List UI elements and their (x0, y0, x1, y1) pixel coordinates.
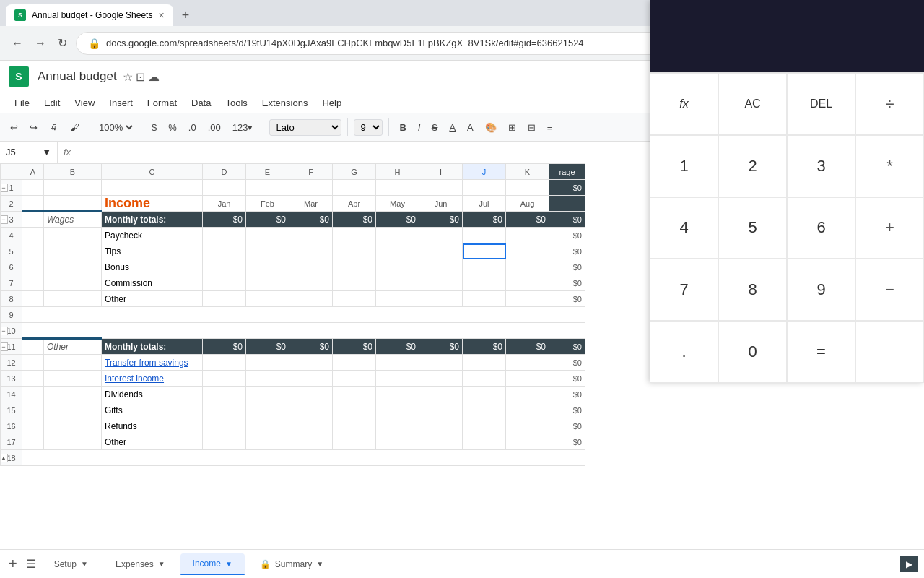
calc-2-button[interactable]: 2 (718, 163, 787, 197)
cell-g15[interactable] (333, 402, 376, 418)
undo-button[interactable]: ↩ (6, 119, 22, 136)
cell-extra2[interactable] (549, 196, 585, 212)
cell-g13[interactable] (333, 371, 376, 387)
cell-h14[interactable] (376, 387, 419, 402)
cell-d7[interactable] (203, 275, 246, 291)
cell-k17[interactable] (506, 434, 549, 450)
tab-close-button[interactable]: × (158, 9, 164, 21)
cell-k7[interactable] (506, 275, 549, 291)
cell-h13[interactable] (376, 371, 419, 387)
folder-button[interactable]: ⊡ (136, 70, 145, 84)
cell-k3[interactable]: $0 (506, 212, 549, 228)
calc-7-button[interactable]: 7 (650, 259, 718, 321)
cell-extra17[interactable]: $0 (549, 434, 585, 450)
cell-b5[interactable] (44, 243, 102, 259)
cell-reference[interactable]: J5 ▼ (0, 142, 58, 163)
col-header-c[interactable]: C (102, 164, 203, 180)
menu-help[interactable]: Help (316, 96, 347, 110)
cell-d14[interactable] (203, 387, 246, 402)
tab-expenses[interactable]: Expenses ▼ (103, 553, 178, 575)
font-size-select[interactable]: 9 (354, 119, 383, 136)
cell-e5[interactable] (246, 243, 289, 259)
cell-f17[interactable] (289, 434, 333, 450)
cell-i6[interactable] (419, 259, 463, 275)
calc-decimal-button[interactable]: . (650, 321, 718, 383)
borders-button[interactable]: ⊞ (504, 119, 520, 136)
cell-h4[interactable] (376, 228, 419, 243)
cell-k4[interactable] (506, 228, 549, 243)
cell-d11[interactable]: $0 (203, 339, 246, 355)
cell-g11[interactable]: $0 (333, 339, 376, 355)
cell-i3[interactable]: $0 (419, 212, 463, 228)
calc-1-button[interactable]: 1 (650, 163, 718, 197)
cell-i16[interactable] (419, 418, 463, 434)
cell-extra3[interactable]: $0 (549, 212, 585, 228)
cell-k6[interactable] (506, 259, 549, 275)
col-header-a[interactable]: A (22, 164, 44, 180)
cell-extra13[interactable]: $0 (549, 371, 585, 387)
cell-i13[interactable] (419, 371, 463, 387)
calc-9-button[interactable]: 9 (787, 259, 855, 321)
cell-a17[interactable] (22, 434, 44, 450)
menu-edit[interactable]: Edit (38, 96, 66, 110)
cell-i12[interactable] (419, 355, 463, 371)
cell-extra6[interactable]: $0 (549, 259, 585, 275)
cell-e11[interactable]: $0 (246, 339, 289, 355)
refresh-button[interactable]: ↻ (55, 33, 70, 53)
tab-setup[interactable]: Setup ▼ (42, 553, 100, 575)
col-header-extra[interactable]: rage (549, 164, 585, 180)
cell-i5[interactable] (419, 243, 463, 259)
italic-button[interactable]: I (414, 119, 425, 136)
cell-k11[interactable]: $0 (506, 339, 549, 355)
cell-g7[interactable] (333, 275, 376, 291)
cell-i15[interactable] (419, 402, 463, 418)
cell-extra4[interactable]: $0 (549, 228, 585, 243)
col-header-j[interactable]: J (463, 164, 506, 180)
fill-color-button[interactable]: 🎨 (481, 119, 501, 136)
cell-j12[interactable] (463, 355, 506, 371)
cell-extra15[interactable]: $0 (549, 402, 585, 418)
cell-c16-refunds[interactable]: Refunds (102, 418, 203, 434)
cell-f13[interactable] (289, 371, 333, 387)
cell-f7[interactable] (289, 275, 333, 291)
cell-f8[interactable] (289, 291, 333, 307)
cell-k15[interactable] (506, 402, 549, 418)
col-header-d[interactable]: D (203, 164, 246, 180)
cell-c4-paycheck[interactable]: Paycheck (102, 228, 203, 243)
cell-j8[interactable] (463, 291, 506, 307)
calc-add-button[interactable]: + (855, 197, 924, 259)
cell-k8[interactable] (506, 291, 549, 307)
cell-d12[interactable] (203, 355, 246, 371)
cell-f4[interactable] (289, 228, 333, 243)
cell-a16[interactable] (22, 418, 44, 434)
cell-j6[interactable] (463, 259, 506, 275)
cell-g16[interactable] (333, 418, 376, 434)
cell-a7[interactable] (22, 275, 44, 291)
cell-k14[interactable] (506, 387, 549, 402)
cell-b12[interactable] (44, 355, 102, 371)
cell-h17[interactable] (376, 434, 419, 450)
cell-h15[interactable] (376, 402, 419, 418)
menu-data[interactable]: Data (186, 96, 217, 110)
add-sheet-button[interactable]: + (6, 553, 20, 575)
cell-h5[interactable] (376, 243, 419, 259)
cell-i17[interactable] (419, 434, 463, 450)
cell-extra5[interactable]: $0 (549, 243, 585, 259)
cell-j4[interactable] (463, 228, 506, 243)
cell-k2[interactable]: Aug (506, 196, 549, 212)
cell-h11[interactable]: $0 (376, 339, 419, 355)
cell-d13[interactable] (203, 371, 246, 387)
cell-d15[interactable] (203, 402, 246, 418)
cell-i7[interactable] (419, 275, 463, 291)
cloud-button[interactable]: ☁ (148, 70, 160, 84)
tab-right-button[interactable]: ▶ (900, 556, 918, 572)
cell-c5-tips[interactable]: Tips (102, 243, 203, 259)
cell-a6[interactable] (22, 259, 44, 275)
cell-extra12[interactable]: $0 (549, 355, 585, 371)
cell-a12[interactable] (22, 355, 44, 371)
cell-a1[interactable] (22, 180, 44, 196)
cell-j14[interactable] (463, 387, 506, 402)
cell-f1[interactable] (289, 180, 333, 196)
cell-extra7[interactable]: $0 (549, 275, 585, 291)
cell-j3[interactable]: $0 (463, 212, 506, 228)
